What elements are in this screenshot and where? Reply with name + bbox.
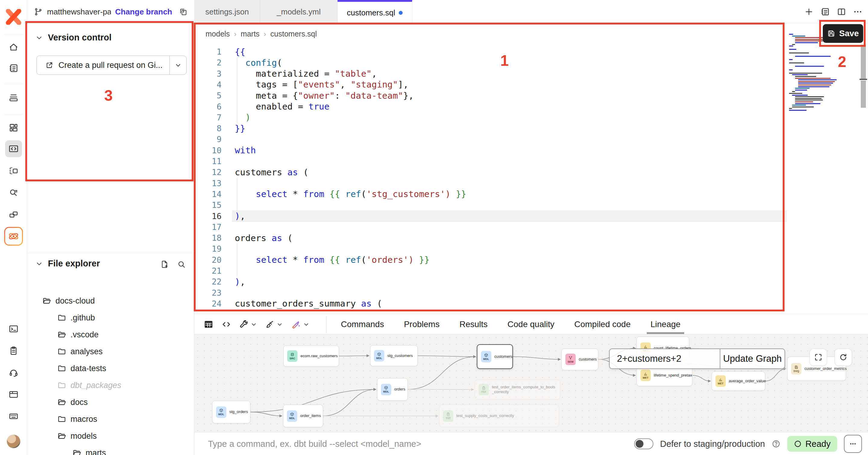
environments-icon[interactable]	[5, 89, 22, 106]
lineage-node-customers_sem[interactable]: SEMcustomers	[561, 348, 598, 370]
code-editor-icon[interactable]	[5, 140, 22, 157]
file-explorer-header[interactable]: File explorer	[35, 259, 100, 268]
panel-tab-commands[interactable]: Commands	[339, 319, 386, 329]
chevron-down-icon[interactable]	[250, 321, 257, 328]
code-line[interactable]: 18orders as (	[194, 232, 789, 244]
tab-customers.sql[interactable]: customers.sql	[338, 0, 412, 24]
scrollbar-thumb[interactable]	[861, 45, 866, 79]
dashboard-icon[interactable]	[5, 119, 22, 136]
lineage-node-orders[interactable]: MDLorders	[377, 378, 408, 401]
fullscreen-button[interactable]	[809, 348, 827, 366]
new-file-icon[interactable]	[160, 260, 169, 269]
lineage-node-average_order_value[interactable]: METaverage_order_value	[712, 371, 765, 391]
file-item-dbt_packages[interactable]: dbt_packages	[57, 379, 121, 392]
code-line[interactable]: 3 materialized = "table",	[194, 68, 789, 79]
copy-icon[interactable]	[179, 7, 188, 16]
code-line[interactable]: 4 tags = ["events", "staging"],	[194, 79, 789, 90]
help-icon[interactable]	[772, 439, 781, 448]
code-line[interactable]: 7 )	[194, 112, 789, 123]
dbt-copilot-icon[interactable]	[4, 227, 23, 246]
split-view-icon[interactable]	[837, 7, 846, 17]
code-line[interactable]: 17	[194, 222, 789, 233]
change-branch-link[interactable]: Change branch	[115, 7, 172, 17]
code-line[interactable]: 14 select * from {{ ref('stg_customers')…	[194, 189, 789, 200]
dbt-logo[interactable]	[5, 8, 22, 25]
lineage-selector-input[interactable]: 2+customers+2	[610, 349, 720, 368]
tab-settings.json[interactable]: settings.json	[194, 0, 260, 24]
changelog-icon[interactable]	[820, 7, 830, 17]
code-line[interactable]: 13	[194, 178, 789, 189]
lineage-node-order_items[interactable]: MDLorder_items	[283, 405, 323, 427]
file-item-.vscode[interactable]: .vscode	[57, 328, 98, 341]
support-headset-icon[interactable]	[5, 364, 22, 381]
file-item-models[interactable]: models	[57, 429, 97, 443]
code-line[interactable]: 21	[194, 265, 789, 276]
file-item-docs[interactable]: docs	[57, 396, 88, 409]
keyboard-icon[interactable]	[5, 408, 22, 425]
code-line[interactable]: 6 enabled = true	[194, 101, 789, 112]
query-search-icon[interactable]	[5, 184, 22, 201]
editor-minimap[interactable]	[789, 34, 837, 127]
code-line[interactable]: 15	[194, 199, 789, 210]
code-line[interactable]: 12customers as (	[194, 167, 789, 178]
lineage-node-stg_customers[interactable]: MDLstg_customers	[370, 345, 418, 366]
code-line[interactable]: 24customer_orders_summary as (	[194, 298, 789, 309]
file-item-marts[interactable]: marts	[72, 446, 106, 455]
home-icon[interactable]	[5, 39, 22, 56]
save-button[interactable]: Save	[823, 24, 863, 43]
user-avatar[interactable]	[7, 434, 21, 448]
code-editor[interactable]: models›marts›customers.sql 1{{2 config(3…	[194, 24, 868, 314]
lineage-node-raw_customers[interactable]: SRCecom.raw_customers	[283, 345, 339, 367]
lineage-node-test_order_items[interactable]: TSTtest_order_items_compute_to_bools _co…	[475, 379, 560, 399]
lineage-canvas[interactable]: SRCecom.raw_customersMDLstg_customersMDL…	[194, 334, 868, 432]
code-line[interactable]: 11	[194, 156, 789, 167]
build-wrench-icon[interactable]	[239, 319, 257, 329]
lineage-node-customers[interactable]: MDLcustomers	[477, 344, 513, 369]
ai-fix-wand-icon[interactable]	[291, 319, 310, 330]
orchestration-icon[interactable]	[5, 162, 22, 179]
search-icon[interactable]	[177, 260, 186, 269]
code-line[interactable]: 20 select * from {{ ref('orders') }}	[194, 254, 789, 265]
command-input[interactable]: Type a command, ex. dbt build --select <…	[208, 432, 421, 455]
code-line[interactable]: 10with	[194, 145, 789, 156]
status-badge[interactable]: Ready	[787, 436, 837, 452]
compare-icon[interactable]	[5, 206, 22, 223]
code-line[interactable]: 8}}	[194, 123, 789, 134]
pr-dropdown-caret[interactable]	[169, 56, 186, 75]
code-line[interactable]: 1{{	[194, 46, 789, 57]
breadcrumb-item[interactable]: marts	[241, 30, 260, 38]
overflow-menu-icon[interactable]	[853, 7, 863, 17]
scrollbar-thumb[interactable]	[861, 81, 866, 108]
notebook-icon[interactable]	[5, 60, 22, 77]
browser-icon[interactable]	[5, 386, 22, 403]
chevron-down-icon[interactable]	[276, 321, 283, 328]
lineage-node-test_supply[interactable]: TSTtest_supply_costs_sum_correctly	[439, 405, 559, 427]
tab-_models.yml[interactable]: _models.yml	[260, 0, 338, 24]
update-graph-button[interactable]: Update Graph	[720, 349, 784, 368]
code-line[interactable]: 19	[194, 243, 789, 254]
breadcrumb-item[interactable]: models	[206, 30, 230, 38]
more-options-button[interactable]	[844, 435, 862, 453]
file-item-data-tests[interactable]: data-tests	[57, 362, 106, 375]
chevron-down-icon[interactable]	[303, 321, 310, 328]
file-item-.github[interactable]: .github	[57, 311, 95, 324]
file-item-analyses[interactable]: analyses	[57, 345, 103, 358]
lineage-node-stg_orders[interactable]: MDLstg_orders	[212, 401, 250, 423]
panel-tab-results[interactable]: Results	[458, 319, 489, 329]
file-item-macros[interactable]: macros	[57, 413, 97, 426]
format-broom-icon[interactable]	[265, 319, 283, 329]
panel-tab-lineage[interactable]: Lineage	[649, 319, 682, 329]
new-tab-plus-icon[interactable]	[804, 7, 814, 17]
compile-code-icon[interactable]	[221, 319, 231, 329]
terminal-icon[interactable]	[5, 320, 22, 337]
code-line[interactable]: 2 config(	[194, 57, 789, 68]
panel-tab-problems[interactable]: Problems	[402, 319, 441, 329]
code-line[interactable]: 5 meta = {"owner": "data-team"},	[194, 90, 789, 101]
file-item-docs-cloud[interactable]: docs-cloud	[42, 294, 95, 308]
preview-table-icon[interactable]	[204, 319, 214, 330]
defer-toggle[interactable]	[634, 438, 653, 449]
refresh-button[interactable]	[835, 348, 852, 366]
create-pr-button[interactable]: Create a pull request on Gi...	[36, 56, 187, 75]
clipboard-icon[interactable]	[5, 342, 22, 359]
code-line[interactable]: 9	[194, 134, 789, 145]
